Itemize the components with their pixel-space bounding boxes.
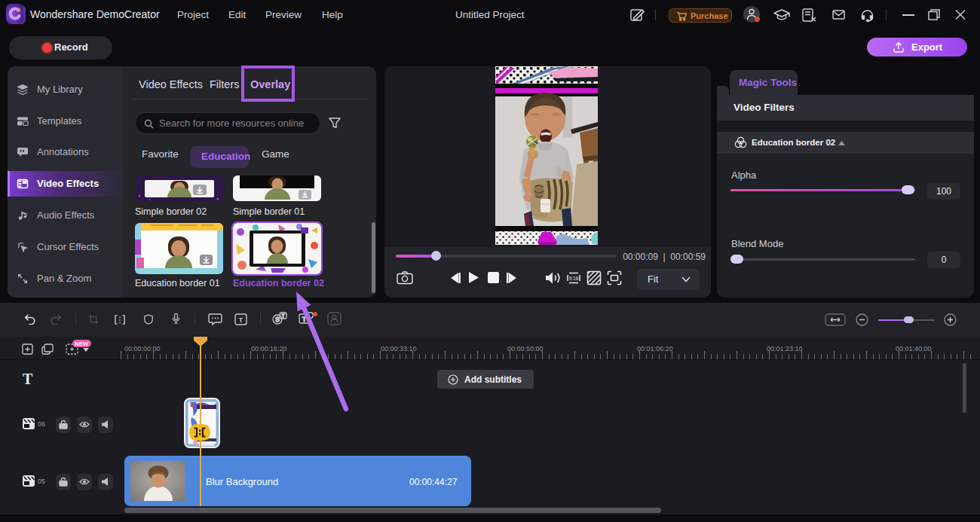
svg-text:9:16: 9:16 bbox=[569, 276, 579, 281]
svg-text:T: T bbox=[281, 313, 285, 319]
svg-text:S: S bbox=[275, 316, 280, 323]
svg-text:T: T bbox=[239, 316, 243, 324]
